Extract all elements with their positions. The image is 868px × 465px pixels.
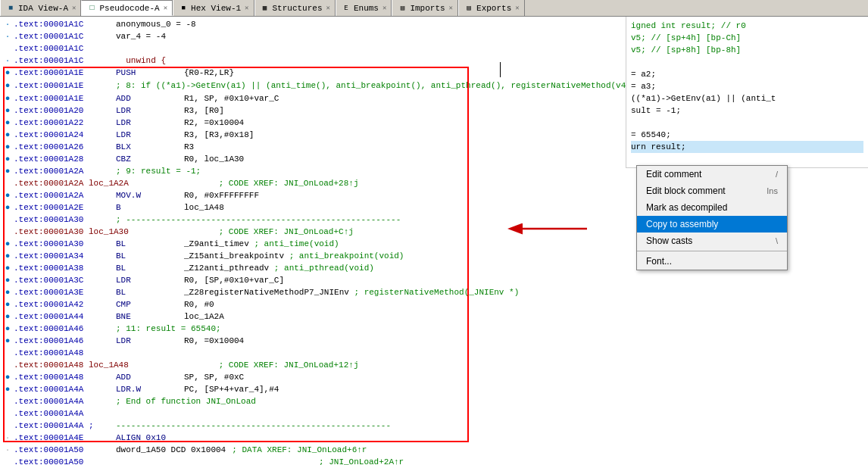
tab-exports[interactable]: ▤ Exports ✕ (458, 0, 525, 16)
context-menu-item-edit-block-comment[interactable]: Edit block comment Ins (637, 183, 787, 199)
exports-icon: ▤ (464, 3, 474, 14)
dot-cbz: ● (2, 154, 14, 164)
tab-pseudocode-a-label: Pseudocode-A (99, 4, 159, 13)
dot-add: ● (2, 94, 14, 103)
pseudo-line-3: v5; // [sp+8h] [bp-8h] (631, 44, 863, 56)
dot-align: · (2, 433, 14, 442)
tab-imports-label: Imports (410, 4, 445, 13)
code-line-cmp[interactable]: ● .text:00001A42 CMP R0, #0 (0, 298, 868, 311)
tab-imports-close[interactable]: ✕ (449, 4, 453, 12)
tab-structures-label: Structures (273, 4, 323, 13)
dot-4: · (2, 56, 14, 65)
tab-hex-view-1-close[interactable]: ✕ (245, 4, 248, 12)
code-line-bl4[interactable]: ● .text:00001A3E BL _Z28registerNativeMe… (0, 286, 868, 298)
code-line-ldrw[interactable]: ● .text:00001A4A LDR.W PC, [SP+4+var_4],… (0, 383, 868, 395)
dot-comment1: ● (2, 81, 14, 90)
dot-push: ● (2, 68, 14, 77)
dot-bl3: ● (2, 264, 14, 273)
pseudo-panel: igned int result; // r0 v5; // [sp+4h] [… (626, 17, 868, 168)
pseudo-line-9: urn result; (631, 141, 863, 153)
dot-1: · (2, 20, 14, 29)
code-line-xref2[interactable]: .text:00001A50 ; JNI_OnLoad+2A↑r (0, 456, 868, 465)
pseudocode-icon: □ (86, 3, 97, 14)
dot-comment3: ● (2, 324, 14, 333)
code-line-comment3[interactable]: ● .text:00001A46 ; 11: result = 65540; (0, 323, 868, 335)
structures-icon: ▦ (260, 3, 270, 14)
dot-comment2: ● (2, 167, 14, 176)
dot-b: ● (2, 203, 14, 212)
pseudo-line-empty (631, 56, 863, 68)
dot-ldrw: ● (2, 385, 14, 394)
hex-view-icon: ■ (178, 3, 189, 14)
dot-ldr2: ● (2, 118, 14, 127)
code-line-empty2[interactable]: .text:00001A4A (0, 407, 868, 420)
imports-icon: ▤ (397, 3, 407, 14)
pseudo-line-4: = a2; (631, 68, 863, 80)
tab-exports-close[interactable]: ✕ (515, 4, 519, 12)
code-line-dword[interactable]: · .text:00001A50 dword_1A50 DCD 0x10004 … (0, 444, 868, 456)
tab-ida-view-a-label: IDA View-A (18, 4, 68, 13)
tab-exports-label: Exports (476, 4, 511, 13)
tab-pseudocode-a-close[interactable]: ✕ (164, 4, 167, 12)
pseudo-line-1: igned int result; // r0 (631, 20, 863, 32)
pseudo-line-2: v5; // [sp+4h] [bp-Ch] (631, 32, 863, 44)
context-menu-item-mark-decompiled[interactable]: Mark as decompiled (637, 199, 787, 216)
ida-view-icon: ■ (5, 3, 16, 14)
dot-bl2: ● (2, 251, 14, 261)
context-menu-item-edit-comment[interactable]: Edit comment / (637, 166, 787, 183)
context-menu-separator (637, 251, 787, 251)
tab-enums-close[interactable]: ✕ (382, 4, 386, 12)
dot-cmp: ● (2, 300, 14, 309)
dot-movw: ● (2, 191, 14, 200)
pseudo-line-8: = 65540; (631, 129, 863, 141)
code-line-align[interactable]: · .text:00001A4E ALIGN 0x10 (0, 432, 868, 444)
pseudo-line-empty2 (631, 117, 863, 129)
dot-ldr3: ● (2, 130, 14, 139)
code-line-ldr4[interactable]: ● .text:00001A3C LDR R0, [SP,#0x10+var_C… (0, 274, 868, 286)
tab-hex-view-1[interactable]: ■ Hex View-1 ✕ (173, 0, 254, 16)
dot-ldr5: ● (2, 336, 14, 345)
tab-enums[interactable]: E Enums ✕ (336, 0, 392, 16)
tab-enums-label: Enums (354, 4, 379, 13)
tab-ida-view-a-close[interactable]: ✕ (72, 4, 76, 12)
dot-bl4: ● (2, 288, 14, 297)
pseudo-line-6: ((*a1)->GetEnv(a1) || (anti_t (631, 92, 863, 105)
dot-dword: · (2, 445, 14, 454)
dot-bne: ● (2, 312, 14, 321)
context-menu-item-show-casts[interactable]: Show casts \ (637, 232, 787, 249)
tab-structures[interactable]: ▦ Structures ✕ (254, 0, 336, 16)
pseudo-line-5: = a3; (631, 80, 863, 92)
tab-ida-view-a[interactable]: ■ IDA View-A ✕ (0, 0, 81, 16)
dot-ldr4: ● (2, 276, 14, 285)
context-menu-item-copy-assembly[interactable]: Copy to assembly (637, 216, 787, 232)
dot-2: · (2, 32, 14, 41)
pseudo-line-7: sult = -1; (631, 105, 863, 117)
context-menu-item-font[interactable]: Font... (637, 253, 787, 270)
code-line-ldr5[interactable]: ● .text:00001A46 LDR R0, =0x10004 (0, 335, 868, 347)
dot-blx: ● (2, 142, 14, 151)
tab-hex-view-1-label: Hex View-1 (191, 4, 241, 13)
tab-bar: ■ IDA View-A ✕ □ Pseudocode-A ✕ ■ Hex Vi… (0, 0, 868, 17)
enums-icon: E (341, 3, 351, 14)
code-line-sep2[interactable]: .text:00001A4A ; -----------------------… (0, 420, 868, 432)
tab-pseudocode-a[interactable]: □ Pseudocode-A ✕ (81, 0, 173, 16)
code-area[interactable]: · .text:00001A1C anonymous_0 = -8 · .tex… (0, 17, 868, 465)
context-menu: Edit comment / Edit block comment Ins Ma… (636, 165, 788, 270)
code-line-bne[interactable]: ● .text:00001A44 BNE loc_1A2A (0, 311, 868, 323)
code-line-empty1[interactable]: .text:00001A48 (0, 347, 868, 359)
main-area: · .text:00001A1C anonymous_0 = -8 · .tex… (0, 17, 868, 465)
dot-bl1: ● (2, 239, 14, 248)
tab-structures-close[interactable]: ✕ (326, 4, 330, 12)
code-line-endcomment[interactable]: .text:00001A4A ; End of function JNI_OnL… (0, 395, 868, 407)
dot-ldr1: ● (2, 106, 14, 115)
code-line-add2[interactable]: ● .text:00001A48 ADD SP, SP, #0xC (0, 371, 868, 383)
dot-add2: ● (2, 373, 14, 382)
tab-imports[interactable]: ▤ Imports ✕ (392, 0, 458, 16)
code-line-loc1a48[interactable]: .text:00001A48 loc_1A48 ; CODE XREF: JNI… (0, 359, 868, 371)
